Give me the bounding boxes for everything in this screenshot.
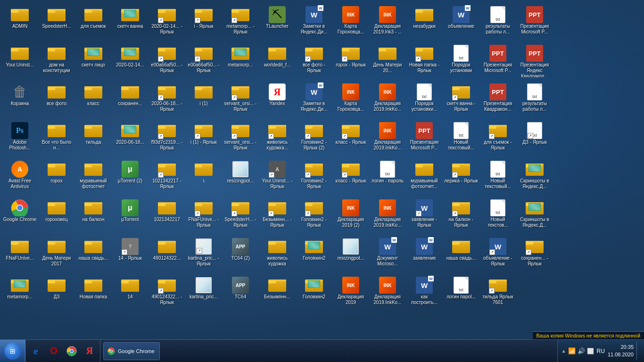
desktop-icon-utorrent2[interactable]: μμTorrent (2) [112,158,148,196]
desktop-icon-tc64[interactable]: APPTC64 [223,274,258,312]
desktop-icon-dom-na-konst[interactable]: дом на конституции [39,42,74,80]
desktop-icon-klass-sh[interactable]: ↗класс - Ярлык [333,120,369,157]
desktop-icon-i1[interactable]: i (1) [186,81,222,119]
desktop-icon-klass[interactable]: класс [75,81,111,119]
desktop-icon-your-uninst2[interactable]: A↗Your.Uninst... - Ярлык [259,158,295,196]
desktop-icon-metamorp-bot[interactable]: metamorp... [2,274,38,312]
desktop-icon-golovkin2-2[interactable]: ↗Головкин2 - Ярлык [296,197,332,235]
desktop-icon-deklaratsiya-2019[interactable]: INKДекларация 2019 [333,274,369,312]
desktop-icon-2020-06-18b[interactable]: ↗2020-06-18... - Ярлык [149,81,185,119]
desktop-icon-zhivopis-hudozhka[interactable]: живопись художка [259,236,295,273]
desktop-icon-f93d7c2319a[interactable]: ↗f93d7c2319... - Ярлык [149,120,185,157]
desktop-icon-golovkin2-plain[interactable]: Головкин2 [296,274,332,312]
desktop-icon-adobe-ps[interactable]: PsAdobe Photosh... [2,120,38,157]
desktop-icon-prezentatsiya-ms-p1[interactable]: PPTПрезентация Microsoft P... [406,120,442,157]
desktop-icon-novaya-papka[interactable]: Новая папка [75,274,111,312]
desktop-icon-e00a66af50b[interactable]: ↗e00a66af50... - Ярлык [186,42,222,80]
desktop-icon-dokument-microsof1[interactable]: WWДокумент Microsо... [370,236,405,273]
ql-yandex-button[interactable]: Я [81,343,98,360]
desktop-icon-deklaratsiya-2019-lnk3[interactable]: INKДекларация 2019.lnk3 - ... [370,4,405,41]
ql-ie-button[interactable]: e [27,343,44,360]
desktop-icon-admin[interactable]: ADMIN [2,4,38,41]
chrome-taskbar-window[interactable]: Google Chrome [103,342,160,360]
desktop-icon-servant-orsi[interactable]: ↗servant_orsi... - Ярлык [223,120,258,157]
desktop-icon-yandex[interactable]: ЯYandex [259,81,295,119]
desktop-icon-karta-goroxovca1[interactable]: INKКарта Гороховца... [333,4,369,41]
desktop-icon-prezentatsiya-kvadrakon1[interactable]: PPTПрезентация Квадракон... [480,81,516,119]
ql-chrome-button[interactable] [63,343,80,360]
desktop-icon-google-chrome1[interactable]: Google Chrome [2,197,38,235]
desktop-icon-metamorp2[interactable]: metamorp... [223,42,258,80]
desktop-icon-bezymyan[interactable]: Безымянн... [259,274,295,312]
desktop-icon-tc64-2[interactable]: APPTC64 (2) [223,236,258,273]
desktop-icon-vse-foto2[interactable]: ↗все фото - Ярлык [296,42,332,80]
desktop-icon-zametki-yandex1[interactable]: WWЗаметки в Яндекс.Ди... [296,4,332,41]
desktop-icon-poryadok-ustanovki2[interactable]: txtПорядок установки [443,42,479,80]
desktop-icon-golovkin2-sh2[interactable]: ↗Головкин2 - Ярлык [296,158,332,196]
desktop-icon-gorox[interactable]: горох [39,158,74,196]
desktop-icon-login-parol[interactable]: txtлогин - пароль [370,158,405,196]
desktop-icon-tilda[interactable]: тильда [75,120,111,157]
desktop-icon-muravyiny-foto2[interactable]: муравьиный фотоотчет... [406,158,442,196]
show-desktop-button[interactable] [636,342,640,360]
desktop-icon-490124322-sh[interactable]: 490124322... [149,236,185,273]
desktop-icon-1021342217-sh[interactable]: ↗1021342217 - Ярлык [149,158,185,196]
desktop-icon-resizingpot2[interactable]: resizingpot... [333,236,369,273]
desktop-icon-karta-goroxovca2[interactable]: INKКарта Гороховца... [333,81,369,119]
desktop-icon-sketch-vanna2-sh[interactable]: ↗скетч ванна - Ярлык [443,81,479,119]
desktop-icon-lerika-sh[interactable]: ↗лерика - Ярлык [443,158,479,196]
desktop-icon-poryadok-ustanovki1[interactable]: txtПорядок установки... [406,81,442,119]
desktop-icon-14-shortcut[interactable]: ?↗14 - Ярлык [112,236,148,273]
desktop-icon-resizingpot[interactable]: resizingpot... [223,158,258,196]
desktop-icon-deklaratsiya-2019-inkko1[interactable]: INKДекларация 2019.InkKo... [370,81,405,119]
desktop-icon-bezymyan-sh[interactable]: ↗Безымянн... - Ярлык [259,197,295,235]
desktop-icon-novyy-tekstovyy1[interactable]: txtНовый текстовый... [443,120,479,157]
desktop-icon-e00a66af50a[interactable]: ↗e00a66af50... - Ярлык [149,42,185,80]
desktop-icon-nasha-svad2[interactable]: наша свадь... [443,236,479,273]
desktop-icon-prezentatsiya-ms-p2[interactable]: PPTПрезентация Microsoft P... [480,42,516,80]
desktop-icon-sketch-litso[interactable]: скетч лицо [75,42,111,80]
desktop-icon-novyy-tekstovyy2[interactable]: txtНовый текстовый... [480,158,516,196]
desktop-icon-speedster[interactable]: SpeedsterH... [39,4,74,41]
desktop-icon-vse-chto-bylo[interactable]: Все что было н... [39,120,74,157]
desktop-icon-sohran-sh[interactable]: ↗сохранен... - Ярлык [517,236,553,273]
desktop-icon-490124322[interactable]: ↗490124322... - Ярлык [149,274,185,312]
desktop-icon-den-materi-2017[interactable]: День Матери 2017 [39,236,74,273]
desktop-icon-zaявlenie[interactable]: WWзаявление [406,236,442,273]
desktop-icon-muravyiny-foto[interactable]: муравьиный фотоотчет [75,158,111,196]
desktop-icon-fnafunive-sh[interactable]: ↗FNaFUnive... - Ярлык [186,197,222,235]
desktop-icon-prezentatsiya-ms-last[interactable]: PPTПрезентация Microsoft P... [517,4,553,41]
desktop-icon-tilda-sh[interactable]: ↗тильда Ярлык 7601 [480,274,516,312]
desktop-icon-2020-06-18a[interactable]: 2020-06-18... [112,120,148,157]
tray-arrow[interactable]: ▲ [561,348,566,354]
desktop-icon-sketch-vanna[interactable]: скетч ванна [112,4,148,41]
desktop-icon-dz-sh[interactable]: txt↗ДЗ - Ярлык [517,120,553,157]
desktop-icon-golovkin2[interactable]: Головкин2 [296,236,332,273]
desktop-icon-goroxovec[interactable]: гороховец [39,197,74,235]
language-button[interactable]: RU [597,348,605,354]
desktop-icon-prezentatsiya-yandex[interactable]: PPTПрезентация Яндекс Квадракоп... [517,42,553,80]
desktop-icon-i-plain[interactable]: i [186,158,222,196]
desktop-icon-zhivopis-hudozhka-sh[interactable]: ↗живопись художка... [259,120,295,157]
desktop-icon-speedster-sh[interactable]: ↗SpeedsterH... - Ярлык [223,197,258,235]
desktop-icon-dlya-syemok[interactable]: для съемок [75,4,111,41]
desktop-icon-zametki-yandex2[interactable]: WWЗаметки в Яндекс.Ди... [296,81,332,119]
desktop-icon-14[interactable]: 14 [112,274,148,312]
desktop-icon-i1-shortcut[interactable]: ↗i (1) - Ярлык [186,120,222,157]
desktop-icon-deklaratsiya-2019-2[interactable]: INKДекларация 2019 (2) [333,197,369,235]
desktop-icon-fnaf-unive[interactable]: FNaFUnive... [2,236,38,273]
desktop-icon-novaya-papka-sh[interactable]: ↗Новая папка - Ярлык [406,42,442,80]
desktop-icon-utorrent[interactable]: μμTorrent [112,197,148,235]
desktop-icon-your-uninst[interactable]: Your.Uninst... [2,42,38,80]
desktop-icon-golovkin2-sh[interactable]: ↗Головкин2 - Ярлык (2) [296,120,332,157]
desktop-icon-skrinshotyi-yandex1[interactable]: Скриншоты в Яндекс.Д... [517,158,553,196]
desktop-icon-deklaratsiya-2019-inkko2[interactable]: INKДекларация 2019.InkKo... [370,120,405,157]
desktop-icon-2020-02-14a[interactable]: 2020-02-14... [112,42,148,80]
clock[interactable]: 20:35 11.08.2020 [608,344,634,358]
desktop-icon-dlya-syomok-sh[interactable]: ↗для съемок - Ярлык [480,120,516,157]
desktop-icon-metamorp-sh[interactable]: ↗metamorp... - Ярлык [223,4,258,41]
desktop-icon-gorox2-sh[interactable]: ↗горох - Ярлык [333,42,369,80]
desktop-icon-zaявlenie-sh[interactable]: W↗заявление - Ярлык [406,197,442,235]
desktop-icon-deklaratsiya-2019-2b[interactable]: INKДекларация 2019.InkKo... [370,197,405,235]
desktop-icon-kak-postroit1[interactable]: WWкак построить... [406,274,442,312]
